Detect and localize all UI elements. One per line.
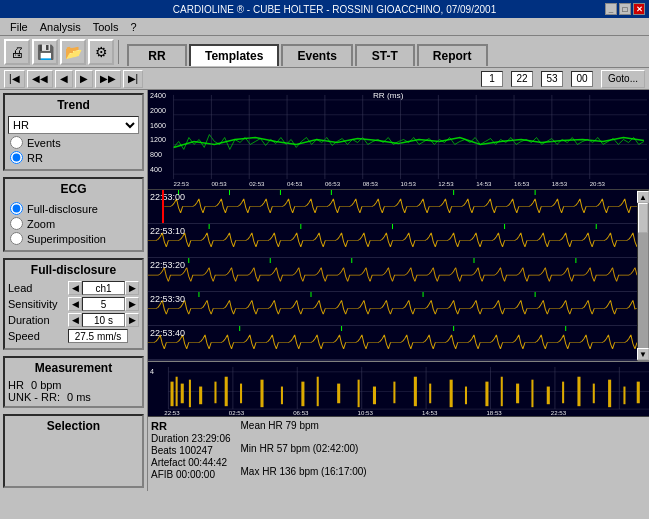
full-disclosure-radio-label[interactable]: Full-disclosure <box>10 202 137 215</box>
unk-label: UNK - RR: <box>8 391 60 403</box>
ecg-strips-container: 22:53:00 <box>148 190 637 361</box>
nav-play-button[interactable]: ▶ <box>75 70 93 88</box>
trend-chart: 2400 2000 1600 1200 800 400 RR (ms) <box>148 90 649 190</box>
vertical-scrollbar[interactable]: ▲ ▼ <box>637 190 649 361</box>
page-input-2[interactable] <box>511 71 533 87</box>
svg-rect-116 <box>637 382 640 404</box>
superimposition-radio[interactable] <box>10 232 23 245</box>
stats-artefact-value: 00:44:42 <box>188 457 227 468</box>
svg-rect-94 <box>260 380 263 407</box>
duration-next-button[interactable]: ▶ <box>125 313 139 327</box>
zoom-radio[interactable] <box>10 217 23 230</box>
svg-rect-114 <box>608 380 611 407</box>
svg-rect-86 <box>170 382 173 407</box>
rr-radio-label[interactable]: RR <box>10 151 137 164</box>
stats-artefact-row: Artefact 00:44:42 <box>151 457 231 468</box>
svg-text:400: 400 <box>150 166 162 173</box>
svg-rect-100 <box>373 387 376 405</box>
nav-prev-button[interactable]: ◀ <box>55 70 73 88</box>
lead-prev-button[interactable]: ◀ <box>68 281 82 295</box>
menu-analysis[interactable]: Analysis <box>34 20 87 34</box>
ecg-title: ECG <box>8 182 139 196</box>
svg-rect-90 <box>199 387 202 405</box>
nav-next-button[interactable]: ▶▶ <box>95 70 121 88</box>
max-hr-value: 136 bpm (16:17:00) <box>279 466 366 477</box>
events-radio-label[interactable]: Events <box>10 136 137 149</box>
sensitivity-prev-button[interactable]: ◀ <box>68 297 82 311</box>
menu-help[interactable]: ? <box>124 20 142 34</box>
superimposition-radio-label[interactable]: Superimposition <box>10 232 137 245</box>
right-panel: 2400 2000 1600 1200 800 400 RR (ms) <box>148 90 649 491</box>
speed-value: 27.5 mm/s <box>68 329 128 343</box>
mini-chart: 4 <box>148 362 649 417</box>
page-input-1[interactable] <box>481 71 503 87</box>
close-button[interactable]: ✕ <box>633 3 645 15</box>
print-button[interactable]: 🖨 <box>4 39 30 65</box>
red-marker-1 <box>162 190 164 223</box>
settings-button[interactable]: ⚙ <box>88 39 114 65</box>
page-input-3[interactable] <box>541 71 563 87</box>
goto-button[interactable]: Goto... <box>601 70 645 88</box>
page-input-4[interactable] <box>571 71 593 87</box>
hr-label: HR <box>8 379 24 391</box>
stats-duration-label: Duration <box>151 433 192 444</box>
scrollbar-track[interactable] <box>638 203 648 348</box>
stats-left: RR Duration 23:29:06 Beats 100247 Artefa… <box>151 420 231 488</box>
svg-rect-104 <box>450 380 453 407</box>
nav-first-button[interactable]: |◀ <box>4 70 25 88</box>
nav-last-button[interactable]: ▶| <box>123 70 144 88</box>
tab-st-t[interactable]: ST-T <box>355 44 415 66</box>
ecg-time-5: 22:53:40 <box>150 328 185 338</box>
svg-rect-111 <box>562 382 564 404</box>
ecg-svg-4 <box>148 292 637 325</box>
svg-rect-95 <box>281 387 283 405</box>
svg-rect-109 <box>531 380 533 407</box>
ecg-section: ECG Full-disclosure Zoom Superimposition <box>3 177 144 252</box>
menu-file[interactable]: File <box>4 20 34 34</box>
zoom-radio-label[interactable]: Zoom <box>10 217 137 230</box>
svg-rect-101 <box>393 382 395 404</box>
svg-text:22:53: 22:53 <box>164 410 180 416</box>
unk-value: 0 ms <box>67 391 91 403</box>
svg-text:06:53: 06:53 <box>325 181 341 187</box>
save-button[interactable]: 💾 <box>32 39 58 65</box>
sensitivity-next-button[interactable]: ▶ <box>125 297 139 311</box>
ecg-radio-group: Full-disclosure Zoom Superimposition <box>8 200 139 247</box>
maximize-button[interactable]: □ <box>619 3 631 15</box>
hr-value: 0 bpm <box>31 379 62 391</box>
minimize-button[interactable]: _ <box>605 3 617 15</box>
events-radio[interactable] <box>10 136 23 149</box>
ecg-area: 22:53:00 <box>148 190 649 361</box>
ecg-strip-6: 22:53:50 <box>148 360 637 361</box>
duration-value: 10 s <box>82 313 125 327</box>
tab-report[interactable]: Report <box>417 44 488 66</box>
svg-rect-102 <box>414 377 417 406</box>
svg-rect-108 <box>516 384 519 404</box>
scrollbar-down-button[interactable]: ▼ <box>637 348 649 360</box>
lead-next-button[interactable]: ▶ <box>125 281 139 295</box>
rr-radio[interactable] <box>10 151 23 164</box>
sensitivity-label: Sensitivity <box>8 298 68 310</box>
scrollbar-up-button[interactable]: ▲ <box>637 191 649 203</box>
tab-templates[interactable]: Templates <box>189 44 279 66</box>
unk-measurement: UNK - RR: 0 ms <box>8 391 139 403</box>
ecg-time-4: 22:53:30 <box>150 294 185 304</box>
duration-prev-button[interactable]: ◀ <box>68 313 82 327</box>
trend-select[interactable]: HR <box>8 116 139 134</box>
title-text: CARDIOLINE ® - CUBE HOLTER - ROSSINI GIO… <box>173 4 496 15</box>
window-controls[interactable]: _ □ ✕ <box>605 3 645 15</box>
tab-rr[interactable]: RR <box>127 44 187 66</box>
svg-rect-89 <box>189 380 191 407</box>
ecg-strip-3: 22:53:20 <box>148 258 637 292</box>
svg-rect-115 <box>623 387 625 405</box>
trend-title: Trend <box>8 98 139 112</box>
nav-prev5-button[interactable]: ◀◀ <box>27 70 53 88</box>
superimposition-text: Superimposition <box>27 233 106 245</box>
open-button[interactable]: 📂 <box>60 39 86 65</box>
full-disclosure-radio[interactable] <box>10 202 23 215</box>
scrollbar-thumb[interactable] <box>638 203 648 233</box>
tab-events[interactable]: Events <box>281 44 352 66</box>
lead-label: Lead <box>8 282 68 294</box>
duration-row: Duration ◀ 10 s ▶ <box>8 313 139 327</box>
menu-tools[interactable]: Tools <box>87 20 125 34</box>
